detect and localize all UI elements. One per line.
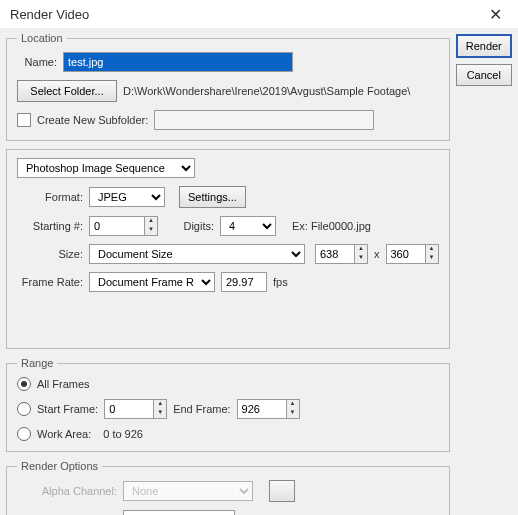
chevron-down-icon[interactable]: ▼: [355, 254, 367, 263]
create-subfolder-checkbox[interactable]: [17, 113, 31, 127]
chevron-down-icon[interactable]: ▼: [145, 226, 157, 235]
encode-group: Photoshop Image Sequence Format: JPEG Se…: [6, 149, 450, 349]
work-area-label: Work Area:: [37, 428, 91, 440]
height-input[interactable]: ▲▼: [386, 244, 439, 264]
subfolder-input[interactable]: [154, 110, 374, 130]
create-subfolder-label: Create New Subfolder:: [37, 114, 148, 126]
start-frame-label: Start Frame:: [37, 403, 98, 415]
name-label: Name:: [17, 56, 57, 68]
size-preset-select[interactable]: Document Size: [89, 244, 305, 264]
settings-button[interactable]: Settings...: [179, 186, 246, 208]
framerate-preset-select[interactable]: Document Frame Rate: [89, 272, 215, 292]
chevron-down-icon[interactable]: ▼: [154, 409, 166, 418]
filename-example: Ex: File0000.jpg: [292, 220, 371, 232]
render-button[interactable]: Render: [456, 34, 513, 58]
folder-path: D:\Work\Wondershare\Irene\2019\Avgust\Sa…: [123, 85, 410, 97]
alpha-channel-select: None: [123, 481, 253, 501]
x-label: x: [374, 248, 380, 260]
select-folder-button[interactable]: Select Folder...: [17, 80, 117, 102]
titlebar: Render Video ✕: [0, 0, 518, 28]
all-frames-label: All Frames: [37, 378, 90, 390]
alpha-channel-label: Alpha Channel:: [17, 485, 117, 497]
close-icon[interactable]: ✕: [483, 5, 508, 24]
digits-label: Digits:: [174, 220, 214, 232]
range-group: Range All Frames Start Frame: ▲▼ End Fra…: [6, 357, 450, 452]
preset-select[interactable]: Photoshop Image Sequence: [17, 158, 195, 178]
render-options-legend: Render Options: [17, 460, 102, 472]
chevron-down-icon[interactable]: ▼: [426, 254, 438, 263]
work-area-radio[interactable]: [17, 427, 31, 441]
starting-label: Starting #:: [17, 220, 83, 232]
location-group: Location Name: Select Folder... D:\Work\…: [6, 32, 450, 141]
framerate-input[interactable]: [221, 272, 267, 292]
fps-label: fps: [273, 276, 288, 288]
chevron-up-icon[interactable]: ▲: [355, 245, 367, 254]
work-area-value: 0 to 926: [103, 428, 143, 440]
location-legend: Location: [17, 32, 67, 44]
name-input[interactable]: [63, 52, 293, 72]
start-frame-input[interactable]: ▲▼: [104, 399, 167, 419]
cancel-button[interactable]: Cancel: [456, 64, 513, 86]
chevron-up-icon[interactable]: ▲: [426, 245, 438, 254]
chevron-up-icon[interactable]: ▲: [154, 400, 166, 409]
digits-select[interactable]: 4: [220, 216, 276, 236]
render-options-group: Render Options Alpha Channel: None 3D Qu…: [6, 460, 450, 515]
end-frame-input[interactable]: ▲▼: [237, 399, 300, 419]
starting-input[interactable]: ▲▼: [89, 216, 158, 236]
width-input[interactable]: ▲▼: [315, 244, 368, 264]
format-select[interactable]: JPEG: [89, 187, 165, 207]
format-label: Format:: [17, 191, 83, 203]
chevron-up-icon[interactable]: ▲: [287, 400, 299, 409]
size-label: Size:: [17, 248, 83, 260]
all-frames-radio[interactable]: [17, 377, 31, 391]
quality-select[interactable]: Interactive: [123, 510, 235, 515]
range-legend: Range: [17, 357, 57, 369]
start-frame-radio[interactable]: [17, 402, 31, 416]
window-title: Render Video: [10, 7, 89, 22]
framerate-label: Frame Rate:: [17, 276, 83, 288]
end-frame-label: End Frame:: [173, 403, 230, 415]
chevron-up-icon[interactable]: ▲: [145, 217, 157, 226]
chevron-down-icon[interactable]: ▼: [287, 409, 299, 418]
alpha-picker-button: [269, 480, 295, 502]
